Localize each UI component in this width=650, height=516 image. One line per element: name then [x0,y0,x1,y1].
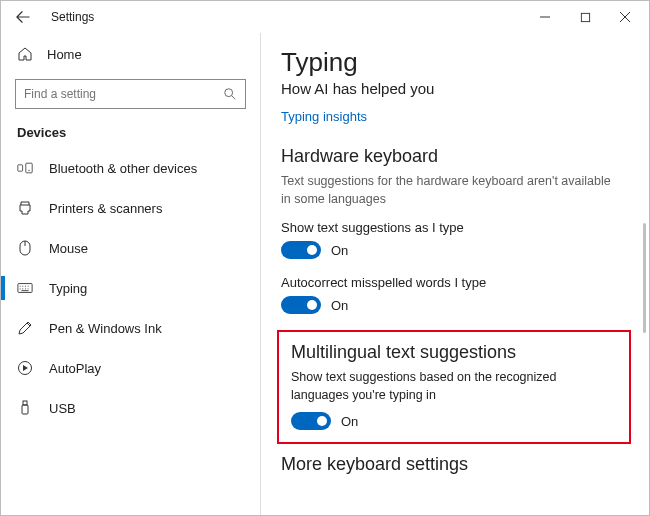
sidebar: Home Devices Bluetooth & other devices [1,33,261,515]
sidebar-item-label: Printers & scanners [49,201,162,216]
titlebar: Settings [1,1,649,33]
sidebar-item-printers[interactable]: Printers & scanners [1,188,260,228]
minimize-icon [539,11,551,23]
pen-icon [17,320,33,336]
usb-icon [17,400,33,416]
page-subtitle: How AI has helped you [281,80,635,97]
sidebar-item-bluetooth[interactable]: Bluetooth & other devices [1,148,260,188]
svg-rect-6 [18,284,32,293]
autoplay-icon [17,360,33,376]
search-input[interactable] [15,79,246,109]
sidebar-item-label: Mouse [49,241,88,256]
setting-autocorrect-label: Autocorrect misspelled words I type [281,275,635,290]
svg-point-4 [28,170,29,171]
search-field[interactable] [24,87,217,101]
maximize-button[interactable] [565,3,605,31]
sidebar-item-typing[interactable]: Typing [1,268,260,308]
arrow-left-icon [16,10,30,24]
keyboard-icon [17,280,33,296]
content-pane: Typing How AI has helped you Typing insi… [261,33,649,515]
mouse-icon [17,240,33,256]
sidebar-item-label: Bluetooth & other devices [49,161,197,176]
svg-rect-9 [22,405,28,414]
toggle-state: On [331,243,348,258]
svg-rect-2 [18,165,23,171]
toggle-state: On [331,298,348,313]
sidebar-home-label: Home [47,47,82,62]
section-multilingual: Multilingual text suggestions [291,342,617,363]
hardware-keyboard-desc: Text suggestions for the hardware keyboa… [281,173,621,208]
sidebar-item-home[interactable]: Home [1,37,260,71]
toggle-multilingual[interactable] [291,412,331,430]
toggle-show-suggestions[interactable] [281,241,321,259]
svg-point-1 [225,89,233,97]
svg-rect-8 [23,401,27,405]
setting-show-suggestions-label: Show text suggestions as I type [281,220,635,235]
back-button[interactable] [9,3,37,31]
highlight-multilingual: Multilingual text suggestions Show text … [277,330,631,444]
sidebar-item-autoplay[interactable]: AutoPlay [1,348,260,388]
sidebar-item-pen[interactable]: Pen & Windows Ink [1,308,260,348]
typing-insights-link[interactable]: Typing insights [281,109,367,124]
search-icon [223,87,237,101]
minimize-button[interactable] [525,3,565,31]
bluetooth-icon [17,160,33,176]
section-more-keyboard: More keyboard settings [281,454,635,475]
printer-icon [17,200,33,216]
svg-rect-3 [26,163,32,173]
sidebar-item-label: AutoPlay [49,361,101,376]
sidebar-group-header: Devices [1,121,260,148]
sidebar-item-usb[interactable]: USB [1,388,260,428]
scrollbar[interactable] [643,223,646,333]
close-button[interactable] [605,3,645,31]
page-title: Typing [281,47,635,78]
section-hardware-keyboard: Hardware keyboard [281,146,635,167]
close-icon [619,11,631,23]
home-icon [17,46,33,62]
sidebar-item-label: Typing [49,281,87,296]
multilingual-desc: Show text suggestions based on the recog… [291,369,617,404]
svg-rect-0 [581,13,589,21]
sidebar-item-label: Pen & Windows Ink [49,321,162,336]
sidebar-item-label: USB [49,401,76,416]
toggle-state: On [341,414,358,429]
window-title: Settings [51,10,94,24]
toggle-autocorrect[interactable] [281,296,321,314]
maximize-icon [580,12,591,23]
sidebar-item-mouse[interactable]: Mouse [1,228,260,268]
